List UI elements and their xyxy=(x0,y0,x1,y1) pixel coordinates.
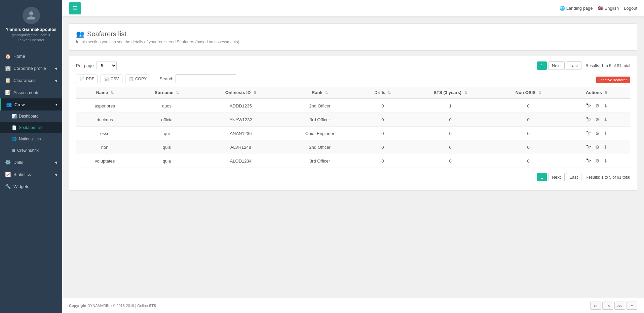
settings-button[interactable]: ⚙ xyxy=(594,130,601,137)
sort-icon[interactable]: ⇅ xyxy=(538,91,541,95)
sort-icon[interactable]: ⇅ xyxy=(464,91,467,95)
cell-actions: 🔭 ⚙ ⬇ xyxy=(563,127,630,140)
pagination-nav-group: 1 Next Last Results: 1 to 5 of 91 total xyxy=(537,61,630,70)
seafarers-icon: 👥 xyxy=(76,30,84,38)
cell-id: ANAN1236 xyxy=(200,127,281,140)
sidebar-profile: Yiannis Giannakopoulos gianngnk@gmail.co… xyxy=(0,0,62,47)
sidebar-item-corporate-profile[interactable]: 🏢 Corporate profile ◀ xyxy=(0,62,62,74)
footer-text: Copyright DYNAMARINe © 2018-2019 | Onlin… xyxy=(69,304,156,308)
profile-role: Tanker Operator xyxy=(18,38,44,42)
per-page-label: Per page xyxy=(76,63,94,68)
view-button[interactable]: 🔭 xyxy=(584,102,593,109)
sort-icon[interactable]: ⇅ xyxy=(111,91,114,95)
dashboard-icon: 📊 xyxy=(12,114,17,119)
corporate-icon: 🏢 xyxy=(5,65,11,71)
sidebar-item-crew-matrix[interactable]: ⊞ Crew matrix xyxy=(0,145,62,156)
table-row: asperiores quos ADDD1235 2nd Officer 0 1… xyxy=(76,99,630,113)
col-actions: Actions ⇅ xyxy=(563,87,630,99)
sort-icon[interactable]: ⇅ xyxy=(388,91,391,95)
per-page-select[interactable]: 5 10 25 50 100 xyxy=(97,61,117,70)
sidebar-item-drills[interactable]: ⚙️ Drills ◀ xyxy=(0,156,62,168)
sidebar-item-widgets[interactable]: 🔧 Widgets xyxy=(0,180,62,192)
home-icon: 🏠 xyxy=(5,53,11,59)
download-button[interactable]: ⬇ xyxy=(602,158,609,164)
cell-id: ANAW1232 xyxy=(200,113,281,127)
settings-button[interactable]: ⚙ xyxy=(594,102,601,109)
nationalities-icon: 🌐 xyxy=(12,137,17,141)
view-button[interactable]: 🔭 xyxy=(584,130,593,137)
inactive-seafarer-button[interactable]: Inactive seafarer xyxy=(596,77,630,83)
menu-toggle-button[interactable]: ☰ xyxy=(69,2,81,14)
cell-rank: 3rd Officer xyxy=(281,154,358,168)
sidebar-item-statistics[interactable]: 📈 Statistics ◀ xyxy=(0,168,62,180)
results-text: Results: 1 to 5 of 91 total xyxy=(585,63,630,68)
table-card: Per page 5 10 25 50 100 1 Next Last xyxy=(69,56,637,191)
widgets-icon: 🔧 xyxy=(5,184,11,189)
content-area: 👥 Seafarers list In this section you can… xyxy=(62,17,644,298)
footer-logos: LR ITIC ABS ★ xyxy=(590,302,637,310)
matrix-icon: ⊞ xyxy=(12,148,15,153)
page-1-button[interactable]: 1 xyxy=(537,61,547,70)
cell-rank: Chief Engineer xyxy=(281,127,358,140)
cell-non-osis: 0 xyxy=(494,140,563,154)
crew-icon: 👥 xyxy=(6,102,12,107)
page-1-button-bottom[interactable]: 1 xyxy=(537,173,547,181)
cell-name: esse xyxy=(76,127,134,140)
next-button-bottom[interactable]: Next xyxy=(548,173,565,181)
sidebar-item-home[interactable]: 🏠 Home xyxy=(0,50,62,62)
sort-icon[interactable]: ⇅ xyxy=(325,91,328,95)
list-icon: 📄 xyxy=(12,125,17,130)
sort-icon[interactable]: ⇅ xyxy=(253,91,256,95)
sidebar-item-seafarers-list[interactable]: 📄 Seafarers list xyxy=(0,122,62,133)
sort-icon[interactable]: ⇅ xyxy=(604,91,607,95)
cell-sts: 0 xyxy=(407,113,494,127)
cell-drills: 0 xyxy=(358,99,407,113)
view-button[interactable]: 🔭 xyxy=(584,158,593,164)
table-row: ducimus officia ANAW1232 3rd Officer 0 0… xyxy=(76,113,630,127)
next-button[interactable]: Next xyxy=(548,61,565,70)
search-input[interactable] xyxy=(176,74,236,83)
cell-surname: officia xyxy=(134,113,200,127)
sort-icon[interactable]: ⇅ xyxy=(176,91,179,95)
col-id: Onlinests ID ⇅ xyxy=(200,87,281,99)
download-button[interactable]: ⬇ xyxy=(602,130,609,137)
sidebar-item-nationalities[interactable]: 🌐 Nationalities xyxy=(0,133,62,145)
page-nav-bottom: 1 Next Last xyxy=(537,173,582,181)
landing-page-link[interactable]: 🌐 Landing page xyxy=(560,6,593,11)
search-group: Search xyxy=(160,74,236,83)
csv-icon: 📊 xyxy=(104,77,109,81)
sidebar-item-clearances[interactable]: 📋 Clearances ◀ xyxy=(0,74,62,86)
csv-button[interactable]: 📊 CSV xyxy=(101,75,123,83)
download-button[interactable]: ⬇ xyxy=(602,116,609,123)
view-button[interactable]: 🔭 xyxy=(584,144,593,150)
col-rank: Rank ⇅ xyxy=(281,87,358,99)
last-button-bottom[interactable]: Last xyxy=(566,173,582,181)
last-button[interactable]: Last xyxy=(566,61,582,70)
cell-sts: 0 xyxy=(407,127,494,140)
copy-button[interactable]: 📋 COPY xyxy=(125,75,150,83)
sidebar-item-crew[interactable]: 👥 Crew ▾ xyxy=(0,98,62,110)
cell-name: asperiores xyxy=(76,99,134,113)
sidebar-item-dashboard[interactable]: 📊 Dashboard xyxy=(0,110,62,122)
settings-button[interactable]: ⚙ xyxy=(594,158,601,164)
statistics-icon: 📈 xyxy=(5,172,11,177)
cell-name: ducimus xyxy=(76,113,134,127)
view-button[interactable]: 🔭 xyxy=(584,116,593,123)
avatar xyxy=(23,7,40,24)
pdf-button[interactable]: 📄 PDF xyxy=(76,75,98,83)
settings-button[interactable]: ⚙ xyxy=(594,116,601,123)
language-selector[interactable]: 🇬🇧 English xyxy=(598,6,619,11)
search-label: Search xyxy=(160,76,174,81)
sidebar-item-assessments[interactable]: 📝 Assessments xyxy=(0,86,62,98)
itic-logo: ITIC xyxy=(602,302,613,310)
settings-button[interactable]: ⚙ xyxy=(594,144,601,150)
copy-icon: 📋 xyxy=(129,77,134,81)
cell-actions: 🔭 ⚙ ⬇ xyxy=(563,113,630,127)
col-name: Name ⇅ xyxy=(76,87,134,99)
download-button[interactable]: ⬇ xyxy=(602,144,609,150)
download-button[interactable]: ⬇ xyxy=(602,102,609,109)
cell-non-osis: 0 xyxy=(494,113,563,127)
logout-button[interactable]: Logout xyxy=(624,6,637,11)
cell-id: ALVR1248 xyxy=(200,140,281,154)
pagination-top: Per page 5 10 25 50 100 1 Next Last xyxy=(76,61,630,70)
